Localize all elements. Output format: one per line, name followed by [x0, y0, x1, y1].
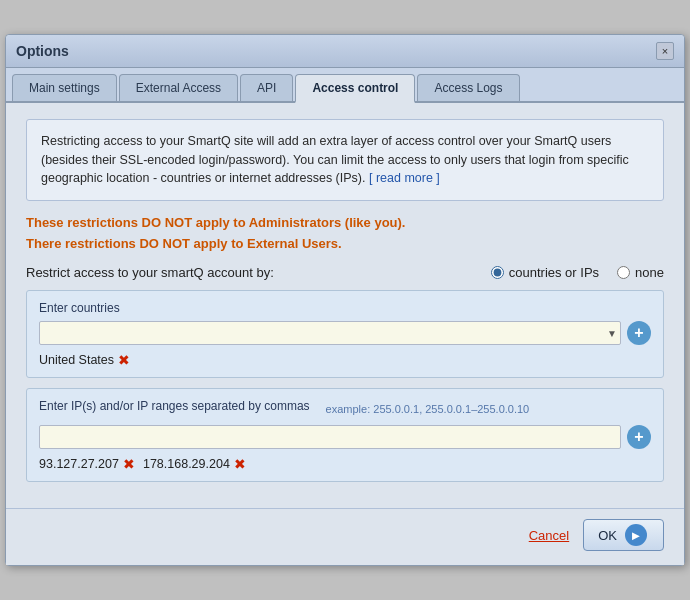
- ip-tag-1: 93.127.27.207 ✖: [39, 457, 135, 471]
- options-dialog: Options × Main settings External Access …: [5, 34, 685, 566]
- ip-tag-1-label: 93.127.27.207: [39, 457, 119, 471]
- info-description: Restricting access to your SmartQ site w…: [41, 134, 629, 186]
- radio-countries-label: countries or IPs: [509, 265, 599, 280]
- dialog-title: Options: [16, 43, 69, 59]
- countries-dropdown[interactable]: [39, 321, 621, 345]
- footer: Cancel OK ►: [6, 508, 684, 565]
- radio-countries-input[interactable]: [491, 266, 504, 279]
- tabs-bar: Main settings External Access API Access…: [6, 68, 684, 103]
- ip-tag-2-remove[interactable]: ✖: [234, 457, 246, 471]
- add-country-icon: +: [634, 325, 643, 341]
- radio-group: countries or IPs none: [491, 265, 664, 280]
- read-more-link[interactable]: [ read more ]: [369, 171, 440, 185]
- countries-dropdown-wrapper: ▼: [39, 321, 621, 345]
- tab-access-logs[interactable]: Access Logs: [417, 74, 519, 101]
- warning-external: There restrictions DO NOT apply to Exter…: [26, 236, 664, 251]
- ip-tags: 93.127.27.207 ✖ 178.168.29.204 ✖: [39, 457, 651, 471]
- ip-input-row: +: [39, 425, 651, 449]
- cancel-button[interactable]: Cancel: [529, 528, 569, 543]
- countries-input-row: ▼ +: [39, 321, 651, 345]
- radio-none[interactable]: none: [617, 265, 664, 280]
- tab-main-settings[interactable]: Main settings: [12, 74, 117, 101]
- radio-countries-or-ips[interactable]: countries or IPs: [491, 265, 599, 280]
- ip-tag-2: 178.168.29.204 ✖: [143, 457, 246, 471]
- restrict-row: Restrict access to your smartQ account b…: [26, 265, 664, 280]
- country-tag-us: United States ✖: [39, 353, 130, 367]
- ip-tag-1-remove[interactable]: ✖: [123, 457, 135, 471]
- ok-arrow-icon: ►: [625, 524, 647, 546]
- ip-tag-2-label: 178.168.29.204: [143, 457, 230, 471]
- countries-tags: United States ✖: [39, 353, 651, 367]
- radio-none-input[interactable]: [617, 266, 630, 279]
- close-button[interactable]: ×: [656, 42, 674, 60]
- tab-external-access[interactable]: External Access: [119, 74, 238, 101]
- ip-example-text: example: 255.0.0.1, 255.0.0.1–255.0.0.10: [326, 403, 530, 415]
- ok-button[interactable]: OK ►: [583, 519, 664, 551]
- warning-admins: These restrictions DO NOT apply to Admin…: [26, 215, 664, 230]
- ip-section-label: Enter IP(s) and/or IP ranges separated b…: [39, 399, 310, 413]
- title-bar: Options ×: [6, 35, 684, 68]
- tab-api[interactable]: API: [240, 74, 293, 101]
- restrict-label: Restrict access to your smartQ account b…: [26, 265, 274, 280]
- tab-access-control[interactable]: Access control: [295, 74, 415, 103]
- content-area: Restricting access to your SmartQ site w…: [6, 103, 684, 508]
- ip-section: Enter IP(s) and/or IP ranges separated b…: [26, 388, 664, 482]
- add-country-button[interactable]: +: [627, 321, 651, 345]
- add-ip-icon: +: [634, 429, 643, 445]
- radio-none-label: none: [635, 265, 664, 280]
- add-ip-button[interactable]: +: [627, 425, 651, 449]
- countries-section-label: Enter countries: [39, 301, 651, 315]
- country-tag-us-remove[interactable]: ✖: [118, 353, 130, 367]
- ip-section-header: Enter IP(s) and/or IP ranges separated b…: [39, 399, 651, 419]
- ok-label: OK: [598, 528, 617, 543]
- countries-section: Enter countries ▼ + United States ✖: [26, 290, 664, 378]
- country-tag-us-label: United States: [39, 353, 114, 367]
- ip-input-field[interactable]: [39, 425, 621, 449]
- info-box: Restricting access to your SmartQ site w…: [26, 119, 664, 201]
